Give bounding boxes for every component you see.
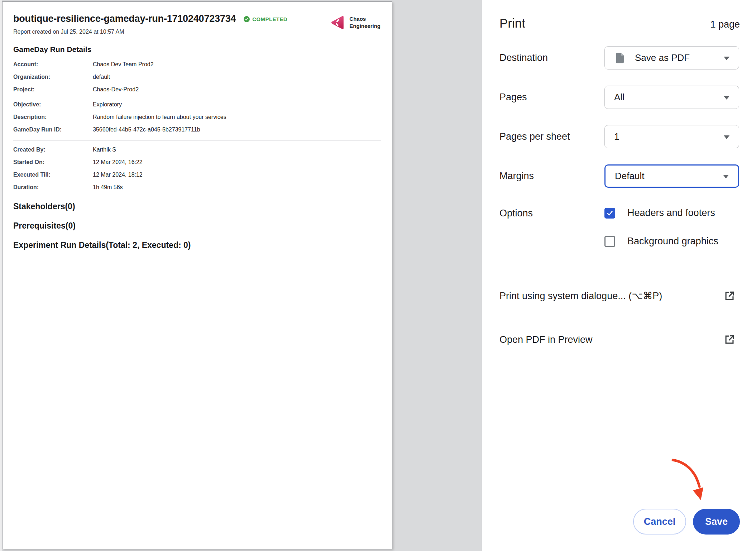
options-row: Options Headers and footers Background g… bbox=[499, 207, 740, 247]
report-header: boutique-resilience-gameday-run-17102407… bbox=[13, 13, 381, 35]
report-title: boutique-resilience-gameday-run-17102407… bbox=[13, 13, 236, 24]
gameday-run-details-heading: GameDay Run Details bbox=[13, 45, 381, 54]
detail-row-run-id: GameDay Run ID: 35660fed-44b5-472c-a045-… bbox=[13, 123, 381, 136]
experiment-run-details-heading: Experiment Run Details(Total: 2, Execute… bbox=[13, 239, 381, 251]
details-group-3: Created By: Karthik S Started On: 12 Mar… bbox=[13, 143, 381, 193]
detail-row-organization: Organization: default bbox=[13, 71, 381, 83]
pages-per-sheet-dropdown[interactable]: 1 bbox=[604, 125, 739, 148]
margins-value: Default bbox=[615, 171, 644, 182]
detail-row-objective: Objective: Exploratory bbox=[13, 98, 381, 111]
status-label: COMPLETED bbox=[252, 16, 287, 22]
print-system-dialog-link[interactable]: Print using system dialogue... (⌥⌘P) bbox=[499, 290, 740, 302]
print-dialog-title: Print bbox=[499, 16, 525, 30]
margins-row: Margins Default bbox=[499, 164, 740, 188]
chevron-down-icon bbox=[723, 175, 729, 178]
page-count: 1 page bbox=[710, 19, 740, 30]
save-button[interactable]: Save bbox=[693, 509, 740, 535]
chevron-down-icon bbox=[724, 57, 729, 60]
pages-dropdown[interactable]: All bbox=[604, 86, 739, 109]
pages-per-sheet-label: Pages per sheet bbox=[499, 131, 604, 142]
destination-label: Destination bbox=[499, 52, 604, 63]
divider bbox=[13, 140, 381, 141]
cancel-button[interactable]: Cancel bbox=[633, 509, 686, 535]
margins-label: Margins bbox=[499, 171, 604, 182]
pages-row: Pages All bbox=[499, 86, 740, 109]
chaos-logo-icon bbox=[330, 15, 345, 30]
print-system-dialog-label: Print using system dialogue... (⌥⌘P) bbox=[499, 290, 662, 302]
chevron-down-icon bbox=[724, 135, 729, 139]
detail-row-project: Project: Chaos-Dev-Prod2 bbox=[13, 83, 381, 96]
headers-footers-checkbox[interactable] bbox=[604, 208, 615, 219]
open-pdf-in-preview-label: Open PDF in Preview bbox=[499, 334, 593, 345]
options-label: Options bbox=[499, 207, 604, 219]
destination-row: Destination Save as PDF bbox=[499, 46, 740, 70]
divider bbox=[13, 97, 381, 97]
pdf-file-icon bbox=[614, 52, 626, 64]
margins-dropdown[interactable]: Default bbox=[604, 164, 739, 188]
pages-value: All bbox=[614, 92, 625, 103]
detail-row-started-on: Started On: 12 Mar 2024, 16:22 bbox=[13, 156, 381, 168]
logo-text-line2: Engineering bbox=[349, 23, 381, 30]
pages-label: Pages bbox=[499, 92, 604, 103]
prerequisites-heading: Prerequisites(0) bbox=[13, 220, 381, 231]
headers-footers-label: Headers and footers bbox=[627, 207, 715, 219]
print-settings-panel: Print 1 page Destination Save as PDF Pag… bbox=[482, 0, 756, 551]
chevron-down-icon bbox=[724, 96, 729, 100]
chaos-engineering-logo: Chaos Engineering bbox=[330, 15, 381, 30]
pages-per-sheet-value: 1 bbox=[614, 131, 619, 142]
details-group-2: Objective: Exploratory Description: Rand… bbox=[13, 98, 381, 136]
detail-row-created-by: Created By: Karthik S bbox=[13, 143, 381, 156]
background-graphics-checkbox[interactable] bbox=[604, 236, 615, 247]
detail-row-duration: Duration: 1h 49m 56s bbox=[13, 181, 381, 193]
background-graphics-option[interactable]: Background graphics bbox=[604, 236, 718, 247]
detail-row-account: Account: Chaos Dev Team Prod2 bbox=[13, 58, 381, 71]
stakeholders-heading: Stakeholders(0) bbox=[13, 201, 381, 212]
detail-row-executed-till: Executed Till: 12 Mar 2024, 18:12 bbox=[13, 168, 381, 181]
print-preview-page: boutique-resilience-gameday-run-17102407… bbox=[2, 1, 392, 549]
destination-dropdown[interactable]: Save as PDF bbox=[604, 46, 739, 70]
details-group-1: Account: Chaos Dev Team Prod2 Organizati… bbox=[13, 58, 381, 96]
external-link-icon bbox=[723, 290, 736, 302]
logo-text-line1: Chaos bbox=[349, 15, 381, 23]
destination-value: Save as PDF bbox=[635, 52, 690, 63]
open-pdf-in-preview-link[interactable]: Open PDF in Preview bbox=[499, 334, 740, 346]
status-badge: COMPLETED bbox=[244, 16, 287, 22]
headers-and-footers-option[interactable]: Headers and footers bbox=[604, 207, 718, 219]
status-check-icon bbox=[244, 16, 250, 22]
background-graphics-label: Background graphics bbox=[627, 236, 718, 247]
external-link-icon bbox=[723, 334, 736, 346]
detail-row-description: Description: Random failure injection to… bbox=[13, 111, 381, 123]
pages-per-sheet-row: Pages per sheet 1 bbox=[499, 125, 740, 148]
report-created-line: Report created on Jul 25, 2024 at 10:57 … bbox=[13, 29, 287, 35]
